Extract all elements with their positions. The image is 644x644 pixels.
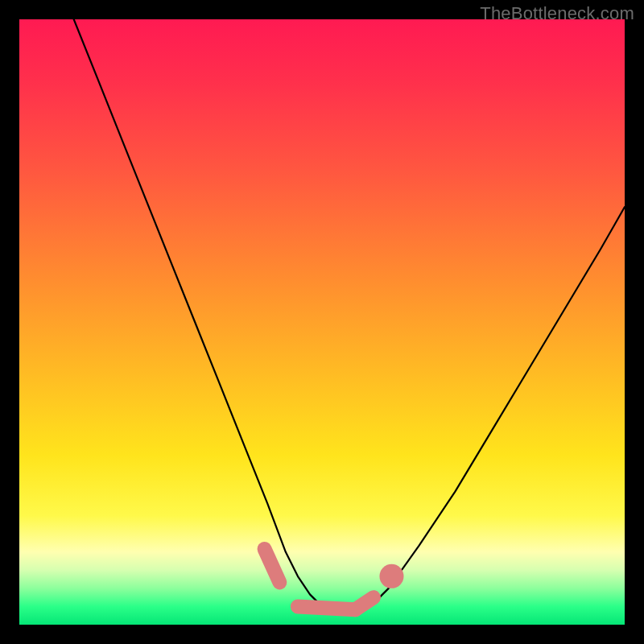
- curve-layer: [19, 19, 625, 625]
- bottleneck-curve: [74, 19, 625, 613]
- marker-capsule: [298, 606, 355, 609]
- marker-dot: [379, 564, 403, 588]
- watermark-text: TheBottleneck.com: [480, 3, 634, 24]
- marker-capsule: [355, 597, 374, 609]
- marker-capsule: [265, 549, 280, 582]
- chart-frame: TheBottleneck.com: [0, 0, 644, 644]
- plot-area: [19, 19, 625, 625]
